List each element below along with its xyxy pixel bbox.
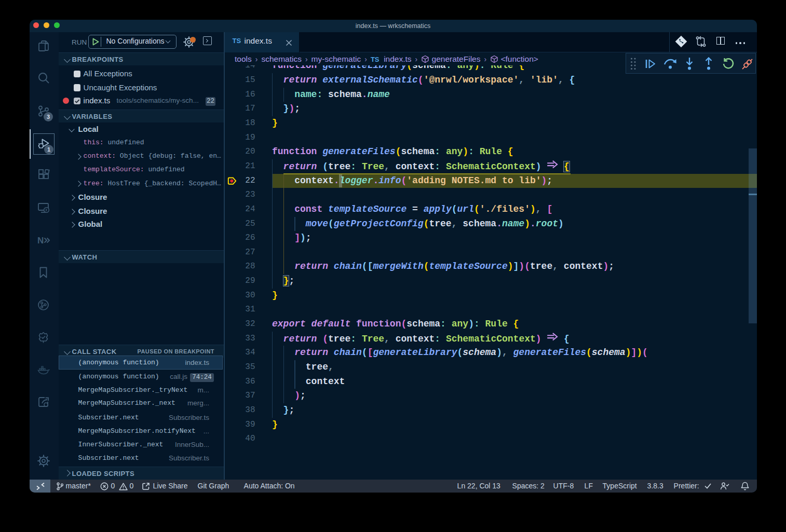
svg-text:N: N (37, 235, 44, 245)
